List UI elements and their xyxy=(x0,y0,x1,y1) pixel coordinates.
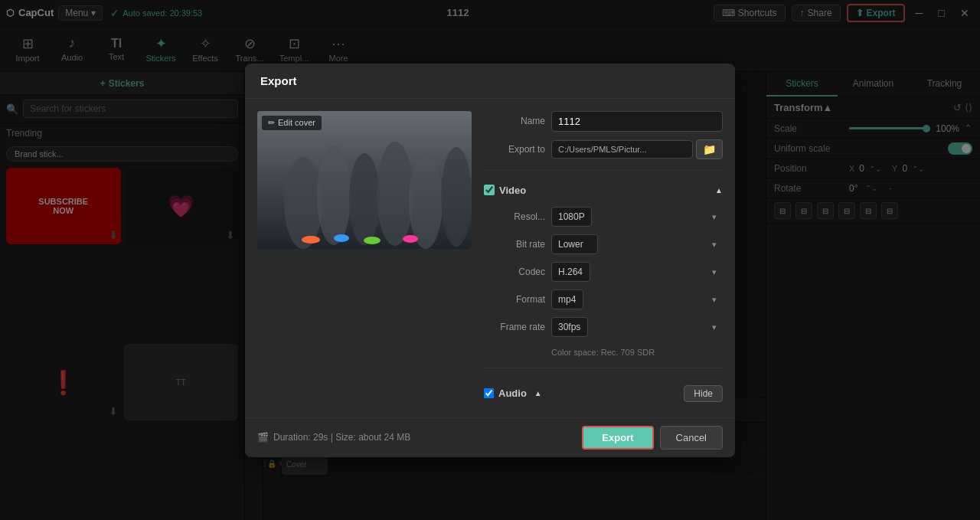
divider-2 xyxy=(484,368,723,368)
export-to-field-row: Export to 📁 xyxy=(484,139,723,159)
video-checkbox[interactable] xyxy=(484,185,495,195)
footer-actions: Export Cancel xyxy=(582,426,723,450)
bitrate-select[interactable]: Lower Medium Higher xyxy=(551,234,598,254)
resolution-select[interactable]: 720P 1080P 2K 4K xyxy=(551,207,592,227)
framerate-row: Frame rate 24fps 30fps 60fps xyxy=(484,317,723,337)
modal-overlay: Export xyxy=(0,0,980,520)
svg-rect-7 xyxy=(257,111,472,249)
export-modal: Export xyxy=(245,64,735,457)
codec-row: Codec H.264 H.265 xyxy=(484,262,723,282)
export-confirm-button[interactable]: Export xyxy=(582,426,653,450)
edit-cover-button[interactable]: ✏ Edit cover xyxy=(262,116,322,130)
bitrate-row: Bit rate Lower Medium Higher xyxy=(484,234,723,254)
folder-button[interactable]: 📁 xyxy=(696,139,723,159)
svg-point-9 xyxy=(334,234,349,242)
codec-select[interactable]: H.264 H.265 xyxy=(551,262,590,282)
name-field-row: Name xyxy=(484,111,723,132)
name-input[interactable] xyxy=(551,111,723,132)
format-select[interactable]: mp4 mov xyxy=(551,289,583,309)
resolution-row: Resol... 720P 1080P 2K 4K xyxy=(484,207,723,227)
modal-fields: Name Export to 📁 Video ▲ xyxy=(484,111,723,405)
modal-title: Export xyxy=(245,64,735,99)
modal-footer: 🎬 Duration: 29s | Size: about 24 MB Expo… xyxy=(245,417,735,457)
preview-image: ✏ Edit cover xyxy=(257,111,472,249)
color-space-note: Color space: Rec. 709 SDR xyxy=(551,348,723,357)
modal-preview: ✏ Edit cover xyxy=(257,111,472,405)
format-row: Format mp4 mov xyxy=(484,289,723,309)
framerate-select[interactable]: 24fps 30fps 60fps xyxy=(551,317,588,337)
video-collapse[interactable]: ▲ xyxy=(715,186,723,195)
svg-point-8 xyxy=(302,236,320,244)
audio-section: Audio ▲ Hide xyxy=(484,379,723,405)
video-section-header: Video ▲ xyxy=(484,185,723,196)
svg-point-11 xyxy=(403,235,418,243)
cancel-button[interactable]: Cancel xyxy=(660,426,723,450)
svg-point-10 xyxy=(364,237,381,244)
footer-info: 🎬 Duration: 29s | Size: about 24 MB xyxy=(257,432,410,443)
hide-button[interactable]: Hide xyxy=(684,385,723,402)
modal-body: ✏ Edit cover Name Export to 📁 xyxy=(245,99,735,417)
export-path-input[interactable] xyxy=(551,140,693,159)
divider-1 xyxy=(484,170,723,171)
audio-checkbox[interactable] xyxy=(484,388,494,398)
